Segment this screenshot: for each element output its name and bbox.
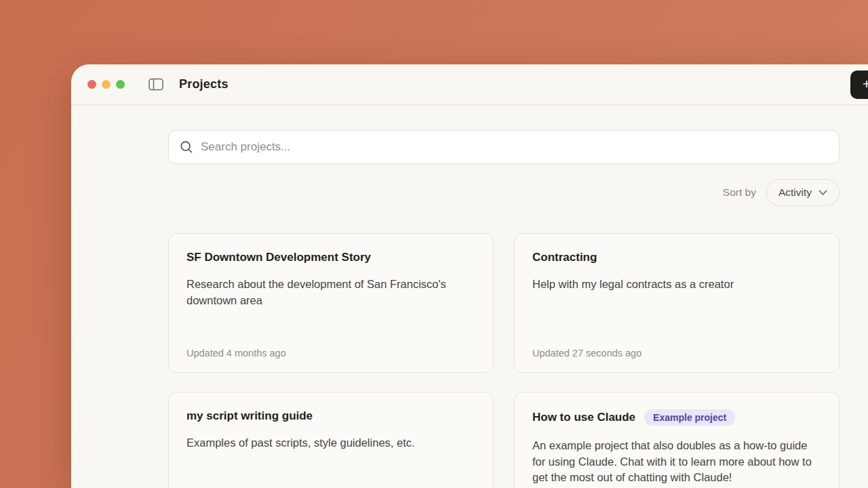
project-updated: Updated 4 months ago bbox=[186, 348, 286, 359]
search-input[interactable] bbox=[201, 140, 828, 154]
project-description: Help with my legal contracts as a creato… bbox=[532, 277, 821, 293]
project-card[interactable]: SF Downtown Development Story Research a… bbox=[168, 233, 494, 373]
project-description: Examples of past scripts, style guidelin… bbox=[186, 435, 475, 451]
plus-icon: + bbox=[863, 77, 868, 91]
projects-page: Sort by Activity SF Downtown Development… bbox=[168, 105, 840, 488]
project-title: SF Downtown Development Story bbox=[186, 251, 371, 264]
project-updated: Updated 27 seconds ago bbox=[532, 348, 642, 359]
sort-by-label: Sort by bbox=[723, 186, 756, 199]
projects-grid: SF Downtown Development Story Research a… bbox=[168, 233, 840, 488]
sort-dropdown-value: Activity bbox=[778, 186, 812, 199]
search-icon bbox=[180, 140, 193, 154]
minimize-window-button[interactable] bbox=[102, 80, 111, 89]
sort-dropdown[interactable]: Activity bbox=[766, 179, 840, 206]
sidebar-icon bbox=[149, 78, 163, 91]
sort-row: Sort by Activity bbox=[168, 179, 840, 206]
project-card[interactable]: my script writing guide Examples of past… bbox=[168, 392, 494, 488]
project-description: An example project that also doubles as … bbox=[532, 438, 821, 486]
app-window: Projects + New Sort by Activity bbox=[71, 64, 868, 488]
search-bar bbox=[168, 130, 840, 164]
project-title: my script writing guide bbox=[186, 409, 313, 423]
new-project-button[interactable]: + New bbox=[850, 70, 868, 99]
project-card[interactable]: How to use Claude Example project An exa… bbox=[514, 392, 840, 488]
sidebar-toggle-button[interactable] bbox=[149, 78, 163, 91]
project-card[interactable]: Contracting Help with my legal contracts… bbox=[514, 233, 840, 373]
project-title: Contracting bbox=[532, 251, 597, 264]
close-window-button[interactable] bbox=[87, 80, 96, 89]
project-title: How to use Claude bbox=[532, 411, 635, 424]
page-title: Projects bbox=[179, 77, 229, 92]
window-controls bbox=[87, 80, 125, 89]
zoom-window-button[interactable] bbox=[116, 80, 125, 89]
example-project-badge: Example project bbox=[644, 409, 735, 426]
project-description: Research about the development of San Fr… bbox=[186, 277, 475, 308]
titlebar: Projects + New bbox=[71, 64, 868, 105]
desktop-background: { "titlebar": { "title": "Projects", "ne… bbox=[0, 0, 868, 488]
chevron-down-icon bbox=[818, 190, 827, 196]
